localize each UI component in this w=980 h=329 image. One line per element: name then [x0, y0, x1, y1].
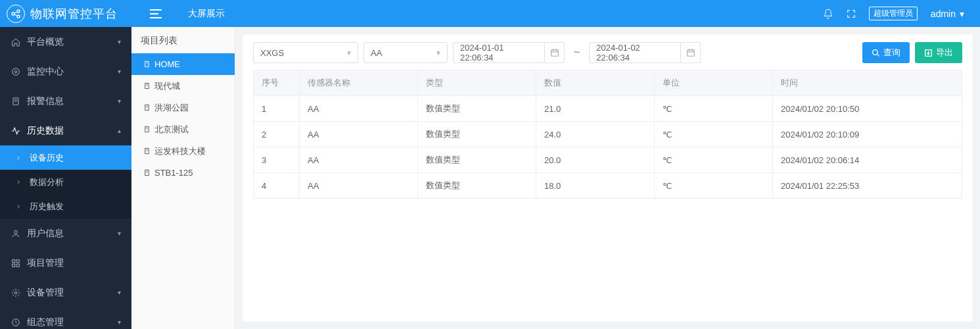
svg-point-10: [14, 230, 17, 234]
nav-home[interactable]: 平台概览▾: [0, 27, 131, 57]
cell-unit: ℃: [655, 173, 773, 199]
cell-idx: 3: [254, 147, 300, 173]
caret-down-icon: ▾: [118, 97, 121, 105]
cell-unit: ℃: [655, 96, 773, 122]
svg-line-3: [14, 12, 18, 13]
content-box: XXGS▼ AA▼ 2024-01-01 22:06:34 ~ 2024-01-…: [242, 34, 973, 322]
project-label: STB1-125: [154, 168, 193, 178]
nav-user[interactable]: 用户信息▾: [0, 218, 131, 248]
device-icon: [11, 288, 20, 297]
svg-rect-37: [145, 148, 149, 153]
project-item[interactable]: 洪湖公园: [131, 97, 235, 118]
filter-bar: XXGS▼ AA▼ 2024-01-01 22:06:34 ~ 2024-01-…: [253, 42, 962, 63]
nav-history[interactable]: 历史数据▴: [0, 116, 131, 145]
project-icon: [11, 259, 20, 268]
svg-point-5: [12, 68, 19, 75]
nav-monitor[interactable]: 监控中心▾: [0, 57, 131, 86]
project-item[interactable]: HOME: [131, 53, 235, 75]
table-row[interactable]: 3AA数值类型20.0℃2024/01/02 20:06:14: [254, 147, 962, 173]
bell-icon[interactable]: [823, 9, 833, 19]
col-header: 数值: [536, 70, 655, 96]
nav-alarm[interactable]: 报警信息▾: [0, 86, 131, 116]
cell-type: 数值类型: [418, 147, 536, 173]
col-header: 时间: [773, 70, 962, 96]
home-icon: [11, 38, 20, 47]
date-from-input[interactable]: 2024-01-01 22:06:34: [453, 42, 545, 63]
export-button[interactable]: 导出: [915, 42, 962, 63]
table-row[interactable]: 2AA数值类型24.0℃2024/01/02 20:10:09: [254, 122, 962, 147]
date-from-picker-icon[interactable]: [545, 42, 565, 63]
query-button[interactable]: 查询: [862, 42, 910, 63]
project-item[interactable]: 北京测试: [131, 118, 235, 140]
nav-label: 用户信息: [27, 228, 64, 240]
select2-value: AA: [371, 48, 382, 58]
cell-type: 数值类型: [418, 96, 536, 122]
chevron-right-icon: [13, 179, 23, 186]
role-badge: 超级管理员: [869, 7, 918, 20]
main-area: XXGS▼ AA▼ 2024-01-01 22:06:34 ~ 2024-01-…: [235, 27, 980, 329]
caret-down-icon: ▾: [960, 9, 964, 19]
cell-name: AA: [300, 122, 418, 147]
sidebar: 平台概览▾监控中心▾报警信息▾历史数据▴设备历史数据分析历史触发用户信息▾项目管…: [0, 27, 131, 329]
nav-device[interactable]: 设备管理▾: [0, 278, 131, 307]
caret-down-icon: ▼: [435, 49, 442, 57]
table-row[interactable]: 1AA数值类型21.0℃2024/01/02 20:10:50: [254, 96, 962, 122]
project-item[interactable]: 现代城: [131, 75, 235, 97]
project-label: 洪湖公园: [154, 102, 189, 114]
date-to-input[interactable]: 2024-01-02 22:06:34: [589, 42, 681, 63]
svg-rect-27: [145, 105, 149, 110]
svg-rect-51: [688, 50, 695, 56]
building-icon: [143, 61, 151, 68]
brand: 物联网管控平台: [0, 5, 131, 23]
building-icon: [143, 82, 151, 89]
chevron-right-icon: [13, 203, 23, 210]
svg-line-56: [877, 54, 879, 56]
svg-rect-13: [12, 264, 14, 266]
user-icon: [11, 229, 20, 238]
cell-time: 2024/01/01 22:25:53: [773, 173, 962, 199]
caret-down-icon: ▼: [346, 49, 352, 57]
caret-down-icon: ▾: [118, 289, 121, 296]
svg-rect-47: [551, 50, 558, 56]
date-to-picker-icon[interactable]: [681, 42, 701, 63]
nav-project[interactable]: 项目管理: [0, 248, 131, 278]
project-item[interactable]: 运发科技大楼: [131, 140, 235, 162]
col-header: 类型: [418, 70, 536, 96]
col-header: 单位: [655, 70, 773, 96]
sensor-select[interactable]: AA▼: [363, 42, 448, 63]
nav-config[interactable]: 组态管理▾: [0, 307, 131, 329]
project-label: 北京测试: [154, 124, 189, 136]
project-panel: 项目列表 HOME现代城洪湖公园北京测试运发科技大楼STB1-125: [131, 27, 235, 329]
config-icon: [11, 318, 20, 327]
cell-name: AA: [300, 147, 418, 173]
user-dropdown[interactable]: admin ▾: [931, 9, 964, 19]
nav-sub-设备历史[interactable]: 设备历史: [0, 145, 131, 170]
nav-label: 报警信息: [27, 95, 64, 107]
cell-idx: 2: [254, 122, 300, 147]
caret-down-icon: ▾: [118, 318, 121, 326]
col-header: 传感器名称: [300, 70, 418, 96]
nav-label: 设备管理: [27, 287, 64, 299]
cell-value: 20.0: [536, 147, 655, 173]
cell-time: 2024/01/02 20:10:09: [773, 122, 962, 147]
fullscreen-icon[interactable]: [847, 9, 856, 18]
cell-time: 2024/01/02 20:06:14: [773, 147, 962, 173]
nav-sub-label: 设备历史: [30, 152, 64, 164]
project-select[interactable]: XXGS▼: [253, 42, 358, 63]
header-right: 超级管理员 admin ▾: [823, 7, 980, 20]
caret-down-icon: ▾: [118, 230, 121, 237]
table-row[interactable]: 4AA数值类型18.0℃2024/01/01 22:25:53: [254, 173, 962, 199]
nav-sub-数据分析[interactable]: 数据分析: [0, 170, 131, 194]
nav-sub-历史触发[interactable]: 历史触发: [0, 194, 131, 218]
menu-toggle-icon[interactable]: [150, 9, 162, 18]
project-item[interactable]: STB1-125: [131, 162, 235, 184]
svg-rect-32: [145, 126, 149, 132]
nav-sub-label: 历史触发: [30, 201, 64, 213]
cell-unit: ℃: [655, 122, 773, 147]
cell-unit: ℃: [655, 147, 773, 173]
caret-down-icon: ▾: [118, 38, 121, 45]
cell-idx: 1: [254, 96, 300, 122]
export-icon: [924, 49, 933, 57]
bigscreen-link[interactable]: 大屏展示: [188, 8, 225, 20]
svg-point-2: [17, 15, 20, 18]
